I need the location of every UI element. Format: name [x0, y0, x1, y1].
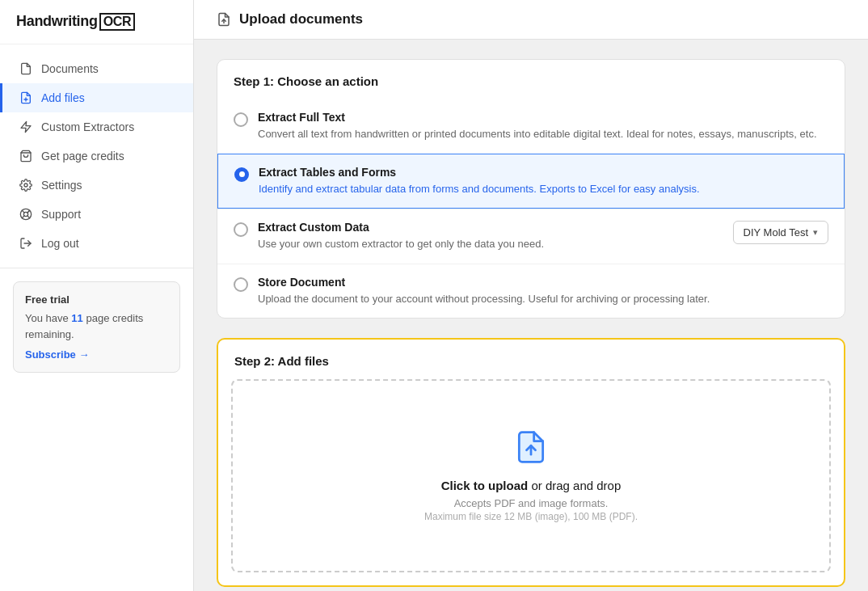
- action-content-extract-custom-data: Extract Custom Data Use your own custom …: [258, 221, 828, 252]
- radio-extract-tables-forms[interactable]: [234, 167, 249, 182]
- action-name-store-document: Store Document: [258, 276, 710, 289]
- subscribe-link[interactable]: Subscribe →: [25, 348, 168, 361]
- action-desc-store-document: Upload the document to your account with…: [258, 291, 710, 307]
- sidebar-item-label: Settings: [41, 179, 82, 192]
- svg-line-8: [27, 216, 30, 218]
- step2-section: Step 2: Add files Click to upload or dra…: [217, 338, 845, 587]
- sidebar-item-add-files[interactable]: Add files: [0, 83, 193, 112]
- svg-line-11: [22, 216, 24, 218]
- upload-doc-icon: [217, 12, 231, 27]
- sidebar-item-label: Documents: [41, 62, 99, 75]
- sidebar-item-label: Add files: [41, 91, 85, 104]
- cart-icon: [19, 149, 33, 163]
- main-content: Upload documents Step 1: Choose an actio…: [194, 0, 868, 591]
- svg-point-4: [24, 184, 27, 187]
- action-text-store-document: Store Document Upload the document to yo…: [258, 276, 710, 307]
- action-name-extract-full-text: Extract Full Text: [258, 111, 817, 124]
- action-content-extract-full-text: Extract Full Text Convert all text from …: [258, 111, 828, 142]
- sidebar-item-log-out[interactable]: Log out: [0, 229, 193, 258]
- svg-line-7: [22, 210, 24, 213]
- upload-sub2: Maximum file size 12 MB (image), 100 MB …: [424, 511, 638, 522]
- upload-file-icon: [513, 429, 549, 467]
- action-row: Extract Custom Data Use your own custom …: [258, 221, 828, 252]
- action-content-extract-tables-forms: Extract Tables and Forms Identify and ex…: [259, 166, 828, 197]
- action-content-store-document: Store Document Upload the document to yo…: [258, 276, 828, 307]
- upload-dropzone[interactable]: Click to upload or drag and drop Accepts…: [231, 379, 831, 572]
- action-name-extract-tables-forms: Extract Tables and Forms: [259, 166, 700, 179]
- upload-sub1: Accepts PDF and image formats.: [454, 497, 609, 509]
- page-content-body: Step 1: Choose an action Extract Full Te…: [194, 40, 868, 591]
- step2-title: Step 2: Add files: [218, 340, 844, 379]
- action-option-store-document[interactable]: Store Document Upload the document to yo…: [217, 264, 845, 319]
- free-trial-desc: You have 11 page credits remaining.: [25, 310, 168, 342]
- file-icon: [19, 61, 33, 76]
- upload-label: Click to upload or drag and drop: [441, 479, 622, 492]
- credits-number: 11: [71, 312, 82, 324]
- sidebar-item-custom-extractors[interactable]: Custom Extractors: [0, 112, 193, 141]
- step1-title: Step 1: Choose an action: [217, 60, 845, 99]
- logo: HandwritingOCR: [16, 13, 135, 29]
- logout-icon: [19, 236, 33, 251]
- sidebar-item-documents[interactable]: Documents: [0, 54, 193, 83]
- action-option-extract-tables-forms[interactable]: Extract Tables and Forms Identify and ex…: [217, 154, 845, 209]
- page-title: Upload documents: [239, 11, 363, 27]
- sidebar-item-label: Support: [41, 208, 81, 221]
- action-desc-extract-tables-forms: Identify and extract tabular data from f…: [259, 181, 700, 197]
- svg-line-10: [27, 211, 29, 213]
- custom-extractor-dropdown[interactable]: DIY Mold Test ▾: [733, 221, 828, 244]
- svg-marker-2: [21, 121, 31, 132]
- free-trial-title: Free trial: [25, 293, 168, 306]
- logo-text-ocr: OCR: [99, 13, 136, 31]
- logo-area: HandwritingOCR: [0, 0, 193, 44]
- action-name-extract-custom-data: Extract Custom Data: [258, 221, 544, 234]
- radio-extract-custom-data[interactable]: [234, 222, 248, 237]
- action-desc-extract-custom-data: Use your own custom extractor to get onl…: [258, 236, 544, 252]
- action-text-extract-full-text: Extract Full Text Convert all text from …: [258, 111, 817, 142]
- sidebar-item-label: Get page credits: [41, 150, 124, 163]
- upload-label-bold: Click to upload: [441, 479, 529, 492]
- logo-text-handwriting: Handwriting: [16, 13, 98, 29]
- bolt-icon: [19, 120, 33, 134]
- upload-label-rest: or drag and drop: [528, 479, 621, 492]
- sidebar-item-settings[interactable]: Settings: [0, 171, 193, 200]
- sidebar-item-get-page-credits[interactable]: Get page credits: [0, 141, 193, 171]
- settings-icon: [19, 178, 33, 192]
- free-trial-box: Free trial You have 11 page credits rema…: [13, 281, 180, 373]
- sidebar-item-support[interactable]: Support: [0, 200, 193, 229]
- sidebar-item-label: Log out: [41, 237, 79, 250]
- step1-section: Step 1: Choose an action Extract Full Te…: [217, 59, 845, 319]
- sidebar-item-label: Custom Extractors: [41, 120, 134, 133]
- radio-store-document[interactable]: [234, 277, 248, 292]
- action-row: Extract Full Text Convert all text from …: [258, 111, 828, 142]
- radio-extract-full-text[interactable]: [234, 112, 248, 127]
- action-text-extract-tables-forms: Extract Tables and Forms Identify and ex…: [259, 166, 700, 197]
- credits-desc-pre: You have: [25, 312, 71, 324]
- action-option-extract-custom-data[interactable]: Extract Custom Data Use your own custom …: [217, 209, 845, 264]
- support-icon: [19, 207, 33, 222]
- chevron-down-icon: ▾: [813, 227, 818, 238]
- sidebar: HandwritingOCR Documents Add files Custo…: [0, 0, 194, 591]
- action-text-extract-custom-data: Extract Custom Data Use your own custom …: [258, 221, 544, 252]
- action-desc-extract-full-text: Convert all text from handwritten or pri…: [258, 126, 817, 142]
- action-row: Store Document Upload the document to yo…: [258, 276, 828, 307]
- action-row: Extract Tables and Forms Identify and ex…: [259, 166, 828, 197]
- action-option-extract-full-text[interactable]: Extract Full Text Convert all text from …: [217, 99, 845, 154]
- sidebar-bottom: Free trial You have 11 page credits rema…: [0, 268, 193, 386]
- add-file-icon: [19, 91, 33, 105]
- dropdown-value: DIY Mold Test: [744, 226, 808, 239]
- sidebar-nav: Documents Add files Custom Extractors Ge…: [0, 44, 193, 268]
- page-header: Upload documents: [194, 0, 868, 40]
